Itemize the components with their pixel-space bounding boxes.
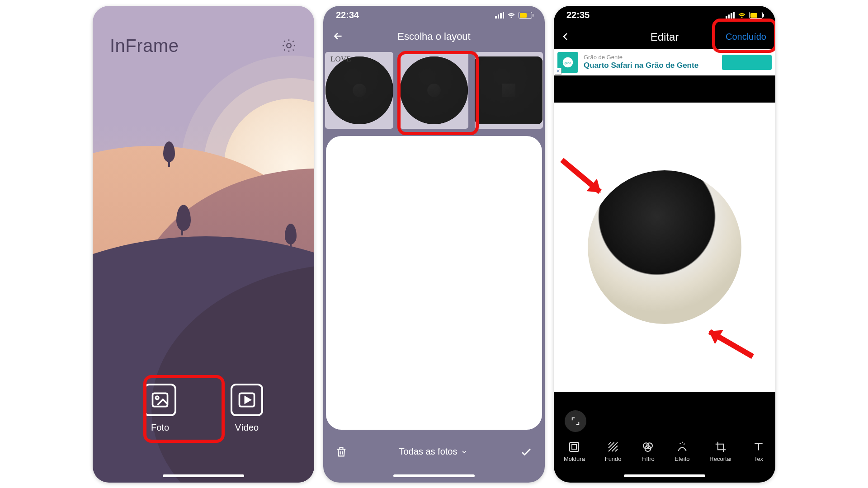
home-indicator[interactable] <box>624 474 705 477</box>
signal-icon <box>726 12 735 19</box>
layout-thumb-square[interactable] <box>475 52 543 129</box>
tool-label: Fundo <box>605 455 622 462</box>
battery-icon <box>749 12 763 19</box>
svg-rect-6 <box>570 442 579 451</box>
home-screen: InFrame Foto <box>93 6 314 483</box>
home-indicator[interactable] <box>163 474 244 477</box>
album-label: Todas as fotos <box>399 446 458 457</box>
tool-label: Filtro <box>642 455 655 462</box>
annotation-highlight-circle-layout <box>397 51 479 135</box>
signal-icon <box>495 12 504 19</box>
svg-text:grão: grão <box>564 61 571 65</box>
preview-canvas[interactable] <box>326 136 542 430</box>
editor-screen: 22:35 Editar Concluído ✕ grão Grão de Ge… <box>554 6 775 483</box>
video-label: Vídeo <box>235 422 259 433</box>
status-time: 22:35 <box>566 10 590 20</box>
tool-filtro[interactable]: Filtro <box>641 440 655 462</box>
status-time: 22:34 <box>336 10 359 20</box>
ad-banner[interactable]: ✕ grão Grão de Gente Quarto Safari na Gr… <box>554 49 775 75</box>
tool-efeito[interactable]: Efeito <box>675 440 689 462</box>
editor-title: Editar <box>651 31 679 43</box>
annotation-highlight-done <box>712 19 775 53</box>
layout-picker-screen: 22:34 Escolha o layout Todas as fotos <box>323 6 545 483</box>
layout-thumb-love-frame[interactable] <box>325 52 393 129</box>
tool-recortar[interactable]: Recortar <box>709 440 732 462</box>
expand-button[interactable] <box>565 410 586 432</box>
tool-strip: Moldura Fundo Filtro Efeito Recortar Tex <box>554 436 775 467</box>
home-indicator[interactable] <box>393 474 475 477</box>
annotation-highlight-foto <box>143 375 225 443</box>
tool-label: Moldura <box>564 455 585 462</box>
tool-texto[interactable]: Tex <box>752 440 765 462</box>
tool-fundo[interactable]: Fundo <box>605 440 622 462</box>
back-button[interactable] <box>332 30 344 42</box>
svg-rect-7 <box>572 445 576 449</box>
ad-headline: Quarto Safari na Grão de Gente <box>584 61 698 70</box>
delete-button[interactable] <box>335 446 348 458</box>
confirm-button[interactable] <box>519 445 533 459</box>
app-title: InFrame <box>110 36 179 56</box>
wifi-icon <box>737 12 746 19</box>
video-button[interactable]: Vídeo <box>231 384 263 433</box>
tool-label: Recortar <box>709 455 732 462</box>
back-button[interactable] <box>560 31 571 42</box>
chevron-down-icon <box>461 448 468 455</box>
album-picker[interactable]: Todas as fotos <box>399 446 468 457</box>
settings-gear-icon[interactable] <box>281 38 297 54</box>
ad-close-icon[interactable]: ✕ <box>555 68 561 75</box>
wifi-icon <box>507 12 516 19</box>
video-icon <box>231 384 263 416</box>
layout-header-title: Escolha o layout <box>397 31 470 42</box>
tool-label: Efeito <box>675 455 689 462</box>
ad-brand: Grão de Gente <box>584 54 698 61</box>
status-bar: 22:34 <box>323 6 545 25</box>
cropped-photo-circle[interactable] <box>588 170 741 324</box>
battery-icon <box>519 12 532 19</box>
tool-label: Tex <box>754 455 763 462</box>
tool-moldura[interactable]: Moldura <box>564 440 585 462</box>
svg-point-0 <box>287 43 291 48</box>
ad-cta-button[interactable] <box>722 55 772 70</box>
